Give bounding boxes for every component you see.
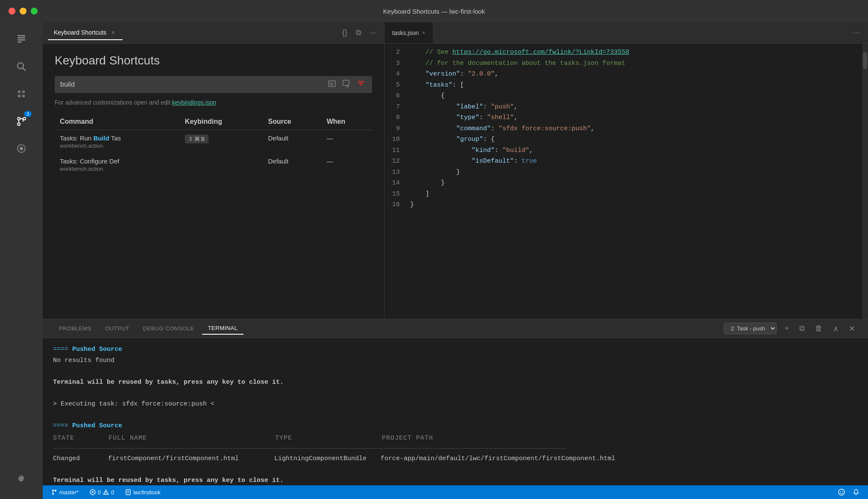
terminal-line bbox=[53, 366, 858, 377]
svg-rect-2 bbox=[18, 39, 25, 41]
status-errors[interactable]: 0 0 bbox=[87, 488, 117, 496]
command-id: workbench.action. bbox=[60, 166, 175, 172]
filter-icon[interactable] bbox=[355, 79, 367, 90]
app-body: 3 Keyboard Shortcuts × bbox=[0, 22, 868, 499]
terminal-line bbox=[53, 464, 858, 475]
close-button[interactable] bbox=[9, 8, 15, 15]
code-line: 11 "kind": "build", bbox=[384, 145, 862, 156]
sidebar-item-debug[interactable] bbox=[9, 136, 34, 161]
new-terminal-button[interactable]: + bbox=[782, 323, 792, 334]
status-branch[interactable]: master* bbox=[49, 488, 81, 496]
status-workspace[interactable]: lwcfirstlook bbox=[123, 488, 163, 496]
terminal-tab-actions: 2: Task - push + ⧉ 🗑 ∧ ✕ bbox=[724, 323, 858, 335]
code-tabs: tasks.json × ··· bbox=[384, 22, 868, 44]
maximize-button[interactable] bbox=[31, 8, 38, 15]
branch-icon bbox=[51, 489, 57, 495]
terminal-selector[interactable]: 2: Task - push bbox=[724, 323, 777, 334]
when-cell: — bbox=[322, 153, 372, 176]
sidebar-item-extensions[interactable] bbox=[9, 81, 34, 107]
code-editor-area: 2 // See https://go.microsoft.com/fwlink… bbox=[384, 44, 868, 319]
more-actions-button[interactable]: ··· bbox=[367, 26, 379, 39]
add-keybinding-icon[interactable] bbox=[341, 79, 352, 90]
col-command: Command bbox=[55, 114, 180, 130]
terminal-line: Terminal will be reused by tasks, press … bbox=[53, 475, 858, 485]
kill-terminal-button[interactable]: 🗑 bbox=[812, 323, 825, 334]
code-panel: tasks.json × ··· 2 // See https://go.mic… bbox=[384, 22, 868, 319]
keybinding-cell: ⇧⌘B bbox=[180, 130, 263, 154]
status-smiley[interactable] bbox=[836, 488, 847, 496]
window-controls[interactable] bbox=[9, 8, 38, 15]
code-tab-label: tasks.json bbox=[392, 29, 419, 36]
svg-point-30 bbox=[106, 493, 106, 494]
svg-rect-1 bbox=[18, 37, 25, 38]
keybindings-link[interactable]: keybindings.json bbox=[172, 99, 217, 106]
main-content: Keyboard Shortcuts × {} ⧉ ··· Keyboard S… bbox=[43, 22, 868, 499]
sidebar-item-search[interactable] bbox=[9, 54, 34, 79]
tab-problems[interactable]: PROBLEMS bbox=[53, 323, 97, 334]
terminal-line: ==== Pushed Source bbox=[53, 420, 858, 432]
tab-terminal[interactable]: TERMINAL bbox=[202, 322, 244, 335]
when-cell: — bbox=[322, 130, 372, 154]
minimize-button[interactable] bbox=[20, 8, 26, 15]
svg-rect-18 bbox=[330, 85, 333, 85]
sidebar-item-source-control[interactable]: 3 bbox=[9, 108, 34, 134]
terminal-tabs: PROBLEMS OUTPUT DEBUG CONSOLE TERMINAL 2… bbox=[43, 319, 868, 338]
warning-count: 0 bbox=[111, 489, 114, 496]
sidebar-item-explorer[interactable] bbox=[9, 26, 34, 52]
source-control-badge: 3 bbox=[24, 111, 32, 117]
shortcuts-content: Keyboard Shortcuts bbox=[43, 44, 384, 319]
settings-button[interactable] bbox=[9, 467, 34, 492]
tab-output[interactable]: OUTPUT bbox=[99, 323, 135, 334]
tab-keyboard-shortcuts[interactable]: Keyboard Shortcuts × bbox=[48, 26, 123, 40]
scrollbar-thumb[interactable] bbox=[863, 52, 867, 69]
status-bar: master* 0 0 bbox=[43, 485, 868, 499]
warning-icon bbox=[103, 489, 109, 495]
tab-close-button[interactable]: × bbox=[110, 28, 117, 37]
code-line: 5 "tasks": [ bbox=[384, 80, 862, 91]
code-line: 13 } bbox=[384, 167, 862, 178]
keyboard-icon[interactable] bbox=[326, 79, 337, 90]
tab-tasks-json[interactable]: tasks.json × bbox=[384, 22, 434, 43]
code-line: 2 // See https://go.microsoft.com/fwlink… bbox=[384, 47, 862, 58]
terminal-line: ==== Pushed Source bbox=[53, 344, 858, 355]
code-line: 6 { bbox=[384, 90, 862, 102]
svg-rect-14 bbox=[333, 82, 334, 83]
advanced-hint: For advanced customizations open and edi… bbox=[55, 99, 372, 106]
editor-area: Keyboard Shortcuts × {} ⧉ ··· Keyboard S… bbox=[43, 22, 868, 319]
open-json-button[interactable]: {} bbox=[340, 26, 350, 39]
keybinding-display: ⇧⌘B bbox=[185, 134, 208, 143]
maximize-panel-button[interactable]: ∧ bbox=[830, 323, 841, 335]
search-input[interactable] bbox=[60, 81, 323, 88]
split-editor-button[interactable]: ⧉ bbox=[353, 26, 364, 39]
status-notifications[interactable] bbox=[850, 488, 862, 496]
table-row[interactable]: Tasks: Configure Def workbench.action. D… bbox=[55, 153, 372, 176]
terminal-table-divider: ────────────────────────────────────────… bbox=[53, 444, 566, 453]
terminal-line bbox=[53, 388, 858, 399]
code-tab-close[interactable]: × bbox=[422, 29, 425, 36]
code-line: 16 } bbox=[384, 199, 862, 210]
activity-bar: 3 bbox=[0, 22, 43, 499]
code-line: 14 } bbox=[384, 178, 862, 189]
source-cell: Default bbox=[263, 130, 322, 154]
svg-point-36 bbox=[842, 491, 843, 492]
terminal-content: ==== Pushed Source No results found Term… bbox=[43, 338, 868, 485]
table-row[interactable]: Tasks: Run Build Tas workbench.action. ⇧… bbox=[55, 130, 372, 154]
command-id: workbench.action. bbox=[60, 143, 175, 149]
split-terminal-button[interactable]: ⧉ bbox=[797, 323, 807, 334]
shortcuts-tabs: Keyboard Shortcuts × {} ⧉ ··· bbox=[43, 22, 384, 44]
code-line: 8 "type": "shell", bbox=[384, 112, 862, 123]
code-more-actions[interactable]: ··· bbox=[850, 26, 862, 39]
terminal-line: Terminal will be reused by tasks, press … bbox=[53, 377, 858, 388]
terminal-panel: PROBLEMS OUTPUT DEBUG CONSOLE TERMINAL 2… bbox=[43, 319, 868, 485]
svg-rect-31 bbox=[126, 490, 130, 495]
code-line: 9 "command": "sfdx force:source:push", bbox=[384, 123, 862, 134]
scrollbar[interactable] bbox=[862, 44, 868, 319]
terminal-line bbox=[53, 409, 858, 420]
shortcuts-table: Command Keybinding Source When Tasks: Ru bbox=[55, 114, 372, 176]
tab-debug-console[interactable]: DEBUG CONSOLE bbox=[137, 323, 200, 334]
close-panel-button[interactable]: ✕ bbox=[846, 323, 858, 335]
code-line: 3 // for the documentation about the tas… bbox=[384, 58, 862, 69]
shortcuts-panel-title: Keyboard Shortcuts bbox=[55, 54, 372, 67]
command-name: Tasks: Run Build Tas bbox=[60, 134, 175, 142]
code-line: 4 "version": "2.0.0", bbox=[384, 69, 862, 80]
